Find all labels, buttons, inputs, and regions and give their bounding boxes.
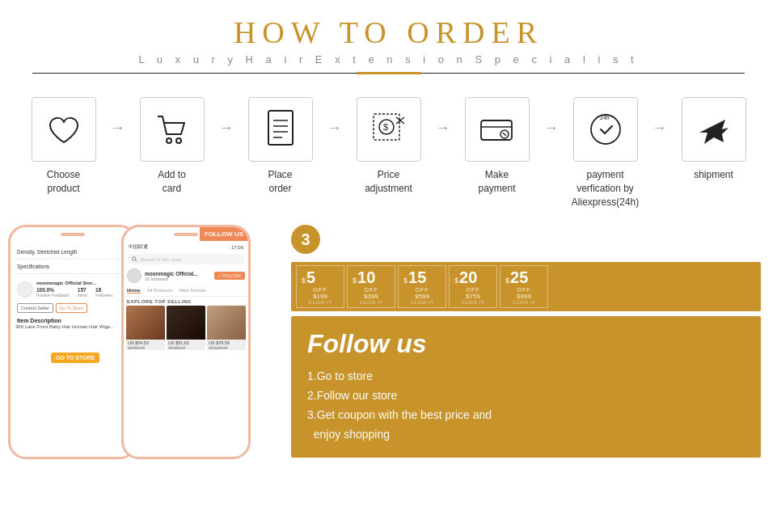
follow-us-item-3: 3.Get coupon with the best price and enj… <box>307 406 745 445</box>
phone2-followers: 16 followers <box>145 277 198 281</box>
right-section: 3 $ 5 OFF $199 CLICK IT $ 10 OFF $399 CL… <box>291 225 761 457</box>
phone2-product-img-1 <box>126 306 165 340</box>
phone2-nav-home[interactable]: Home <box>127 288 141 293</box>
phone2-search-placeholder: Search in this store <box>140 257 181 262</box>
follow-us-title: Follow us <box>307 329 745 359</box>
step-label-choose-product: Chooseproduct <box>47 168 80 196</box>
go-to-store-badge[interactable]: GO TO STORE <box>51 353 99 363</box>
phone2-product-img-2 <box>167 306 205 340</box>
phones-container: Density, Stretched Length › Specificatio… <box>8 225 283 459</box>
svg-point-0 <box>167 138 171 143</box>
svg-point-1 <box>176 138 181 143</box>
phone2-nav: Home All Products New Arrivals <box>124 285 248 297</box>
phone1-row-specs: Specifications › <box>15 260 130 274</box>
svg-text:$: $ <box>383 122 388 132</box>
arrow-1: → <box>108 97 128 137</box>
step-icon-document <box>248 97 313 162</box>
page-subtitle: L u x u r y H a i r E x t e n s i o n S … <box>0 53 777 65</box>
coupon-1[interactable]: $ 5 OFF $199 CLICK IT <box>296 265 344 308</box>
phone1-contact-seller-btn[interactable]: Contact Seller <box>17 303 53 313</box>
header-divider <box>32 72 745 74</box>
phone1-content: Density, Stretched Length › Specificatio… <box>11 242 135 334</box>
phone1-goto-store-btn[interactable]: Go To Store <box>56 303 87 313</box>
phone1-speaker <box>61 233 85 236</box>
step-label-make-payment: Makepayment <box>478 168 515 196</box>
phone2-product-1: US $54.52 US $94.00 <box>126 306 165 350</box>
phone2-product-price-1: US $54.52 <box>126 340 165 346</box>
phone2-status-bar: 中国联通 17:06 <box>124 242 248 252</box>
phone2-product-price-3: US $76.56 <box>207 340 246 346</box>
phone1-store-details: moonmagic Official Stor... 100.0% Positi… <box>36 281 113 298</box>
step-icon-clock-check: 24h <box>573 97 638 162</box>
phone1-specs-label: Specifications <box>17 264 49 269</box>
arrow-3: → <box>325 97 344 137</box>
svg-point-18 <box>133 257 136 260</box>
coupon-3[interactable]: $ 15 OFF $599 CLICK IT <box>398 265 446 308</box>
phone2-store-avatar <box>127 268 141 283</box>
divider-line-left <box>32 73 357 74</box>
step-label-shipment: shipment <box>694 168 733 182</box>
svg-line-14 <box>503 133 506 136</box>
phone-2: FOLLOW US 中国联通 17:06 Search in this stor… <box>121 225 251 459</box>
phone2-time: 17:06 <box>231 245 243 250</box>
arrow-2: → <box>217 97 236 137</box>
step-label-place-order: Placeorder <box>268 168 292 196</box>
divider-accent <box>357 72 421 74</box>
step-label-price-adjustment: Priceadjustment <box>365 168 412 196</box>
phone2-content: 中国联通 17:06 Search in this store moonmagi… <box>124 242 248 350</box>
phone1-feedback: 100.0% Positive Feedback <box>36 287 70 298</box>
phone2-product-3: US $76.56 US $120.00 <box>207 306 246 350</box>
step-icon-wallet <box>465 97 530 162</box>
divider-line-right <box>421 73 745 74</box>
phone1-top-bar <box>11 227 135 242</box>
phone2-store-header: moonmagic Official... 16 followers + FOL… <box>124 266 248 285</box>
phone2-nav-all-products[interactable]: All Products <box>147 288 173 293</box>
phone1-row-density: Density, Stretched Length › <box>15 245 130 260</box>
step-choose-product: Chooseproduct <box>19 97 108 196</box>
phone2-search-bar[interactable]: Search in this store <box>127 254 245 264</box>
step-icon-price-tag: $ <box>357 97 421 162</box>
coupon-5[interactable]: $ 25 OFF $999 CLICK IT <box>500 265 548 308</box>
follow-us-overlay-badge: FOLLOW US <box>200 227 248 241</box>
step-icon-heart <box>32 97 96 162</box>
phone2-product-img-3 <box>207 306 246 340</box>
svg-text:24h: 24h <box>600 115 610 120</box>
follow-us-item-1: 1.Go to store <box>307 367 745 386</box>
phone2-follow-btn[interactable]: + FOLLOW <box>214 272 245 280</box>
follow-us-item-2: 2.Follow our store <box>307 386 745 406</box>
phone1-store-buttons: Contact Seller Go To Store <box>15 301 130 315</box>
phone1-item-description-text: 360 Lace Front Baby Hair Human Hair Wigs… <box>15 324 130 331</box>
phone1-followers: 16 Followers <box>95 287 112 298</box>
phone1-item-description-label: Item Description <box>15 315 130 324</box>
phone2-product-old-price-2: US $89.00 <box>167 346 205 350</box>
steps-section: Chooseproduct → Add tocard → Placeorder … <box>0 79 777 217</box>
phone2-nav-new-arrivals[interactable]: New Arrivals <box>179 288 206 293</box>
phone1-items: 157 Items <box>78 287 87 298</box>
follow-us-list: 1.Go to store 2.Follow our store 3.Get c… <box>307 367 745 444</box>
step-icon-cart <box>140 97 205 162</box>
phone2-speaker <box>174 233 198 236</box>
coupon-2[interactable]: $ 10 OFF $399 CLICK IT <box>347 265 395 308</box>
step-shipment: shipment <box>669 97 758 182</box>
step3-number: 3 <box>291 225 320 254</box>
phone1-density-label: Density, Stretched Length <box>17 249 77 255</box>
arrow-4: → <box>433 97 453 137</box>
step-payment-verification: 24h paymentverfication byAliexpress(24h) <box>561 97 650 209</box>
phone2-product-price-2: US $51.62 <box>167 340 205 346</box>
coupon-row: $ 5 OFF $199 CLICK IT $ 10 OFF $399 CLIC… <box>291 262 761 311</box>
header-section: HOW TO ORDER L u x u r y H a i r E x t e… <box>0 0 777 79</box>
step-make-payment: Makepayment <box>453 97 542 196</box>
phone1-store-name: moonmagic Official Stor... <box>36 281 113 285</box>
step-add-to-card: Add tocard <box>128 97 217 196</box>
phone2-store-info: moonmagic Official... 16 followers <box>145 271 198 281</box>
phone2-store-name: moonmagic Official... <box>145 271 198 277</box>
phone2-explore-label: EXPLORE TOP SELLING <box>124 297 248 306</box>
phone2-product-old-price-1: US $94.00 <box>126 346 165 350</box>
coupon-4[interactable]: $ 20 OFF $759 CLICK IT <box>449 265 497 308</box>
phone2-product-2: US $51.62 US $89.00 <box>167 306 205 350</box>
step-price-adjustment: $ Priceadjustment <box>344 97 433 196</box>
arrow-5: → <box>542 97 561 137</box>
step-place-order: Placeorder <box>236 97 325 196</box>
phone-1: Density, Stretched Length › Specificatio… <box>8 225 137 459</box>
phone1-store-avatar <box>17 281 33 298</box>
